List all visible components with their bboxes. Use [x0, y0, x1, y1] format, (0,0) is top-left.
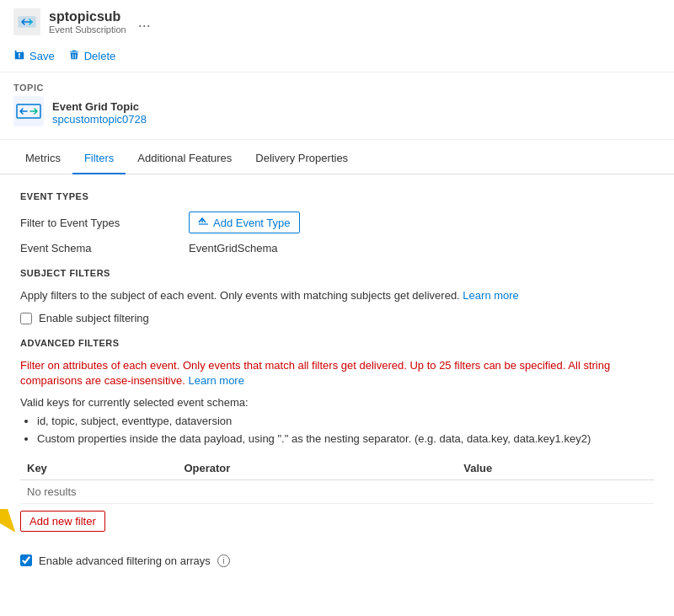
topic-details: Event Grid Topic spcustomtopic0728	[52, 100, 147, 126]
enable-subject-filtering-label[interactable]: Enable subject filtering	[39, 312, 149, 324]
filter-table-header-row: Key Operator Value	[20, 457, 654, 480]
info-icon[interactable]: i	[217, 554, 230, 567]
topic-link[interactable]: spcustomtopic0728	[52, 113, 147, 126]
subject-filters-desc: Apply filters to the subject of each eve…	[20, 288, 654, 303]
no-results-row: No results	[20, 479, 654, 503]
col-key: Key	[20, 457, 177, 480]
add-filter-label: Add new filter	[29, 515, 96, 528]
delete-button[interactable]: Delete	[68, 46, 116, 67]
topic-section: TOPIC Event Grid Topic spcustomtopic0728	[0, 72, 674, 140]
advanced-filters-section: ADVANCED FILTERS Filter on attributes of…	[20, 338, 654, 567]
event-schema-row: Event Schema EventGridSchema	[20, 242, 654, 254]
save-button[interactable]: Save	[13, 46, 55, 67]
valid-keys-list: id, topic, subject, eventtype, dataversi…	[20, 414, 654, 447]
tab-additional-features[interactable]: Additional Features	[126, 143, 243, 174]
event-types-label: EVENT TYPES	[20, 191, 654, 201]
save-label: Save	[29, 50, 55, 62]
tabs-container: Metrics Filters Additional Features Deli…	[0, 143, 674, 174]
filter-to-event-types-row: Filter to Event Types Add Event Type	[20, 212, 654, 233]
subject-filters-learn-more[interactable]: Learn more	[463, 289, 518, 302]
svg-rect-1	[13, 96, 44, 126]
delete-icon	[68, 49, 80, 63]
add-event-type-button[interactable]: Add Event Type	[189, 212, 300, 233]
advanced-filters-learn-more[interactable]: Learn more	[188, 374, 243, 387]
tab-filters[interactable]: Filters	[72, 143, 126, 174]
topic-section-label: TOPIC	[13, 83, 147, 93]
col-value: Value	[457, 457, 654, 480]
tab-metrics[interactable]: Metrics	[13, 143, 72, 174]
enable-subject-filtering-row: Enable subject filtering	[20, 312, 654, 324]
advanced-filters-label: ADVANCED FILTERS	[20, 338, 654, 348]
save-icon	[13, 49, 25, 63]
event-types-section: EVENT TYPES Filter to Event Types Add Ev…	[20, 191, 654, 254]
topic-icon	[13, 96, 44, 129]
enable-arrays-row: Enable advanced filtering on arrays i	[20, 554, 654, 567]
app-subtitle: Event Subscription	[49, 24, 126, 35]
col-operator: Operator	[177, 457, 457, 480]
subject-filters-label: SUBJECT FILTERS	[20, 268, 654, 278]
add-event-type-label: Add Event Type	[213, 217, 291, 229]
topic-name: Event Grid Topic	[52, 100, 147, 113]
add-new-filter-button[interactable]: Add new filter	[20, 511, 105, 532]
title-group: sptopicsub Event Subscription	[49, 9, 126, 35]
filter-table: Key Operator Value No results	[20, 457, 654, 504]
topic-info: TOPIC Event Grid Topic spcustomtopic0728	[13, 83, 147, 129]
valid-keys-note: Valid keys for currently selected event …	[20, 396, 654, 409]
subject-filters-section: SUBJECT FILTERS Apply filters to the sub…	[20, 268, 654, 324]
valid-keys-item-2: Custom properties inside the data payloa…	[37, 431, 654, 447]
app-title: sptopicsub	[49, 9, 126, 24]
event-schema-value: EventGridSchema	[189, 242, 278, 254]
enable-arrays-checkbox[interactable]	[20, 554, 32, 566]
no-results-cell: No results	[20, 479, 654, 503]
enable-arrays-label[interactable]: Enable advanced filtering on arrays	[39, 554, 211, 567]
valid-keys-item-1: id, topic, subject, eventtype, dataversi…	[37, 414, 654, 429]
add-filter-container: Add new filter	[20, 511, 105, 542]
more-options-icon[interactable]: ...	[138, 13, 151, 31]
filter-to-event-types-label: Filter to Event Types	[20, 217, 189, 229]
content-area: EVENT TYPES Filter to Event Types Add Ev…	[0, 174, 674, 591]
enable-subject-filtering-checkbox[interactable]	[20, 313, 32, 324]
app-icon	[13, 8, 40, 35]
event-schema-label: Event Schema	[20, 242, 189, 254]
yellow-arrow-icon	[0, 509, 16, 543]
advanced-filters-desc: Filter on attributes of each event. Only…	[20, 358, 654, 388]
toolbar: Save Delete	[0, 40, 674, 72]
delete-label: Delete	[84, 50, 116, 62]
tab-delivery-properties[interactable]: Delivery Properties	[243, 143, 360, 174]
add-event-icon	[198, 216, 209, 229]
top-bar: sptopicsub Event Subscription ...	[0, 0, 674, 40]
